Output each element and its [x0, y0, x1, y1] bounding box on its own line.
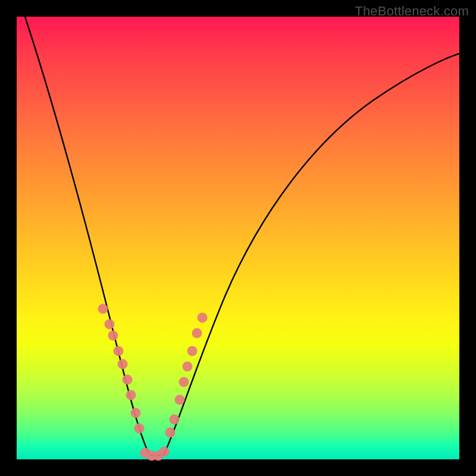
curve-dot [131, 408, 141, 418]
curve-dot [123, 375, 133, 385]
curve-dot [126, 390, 136, 400]
curve-dot [159, 446, 169, 456]
curve-dot [114, 346, 124, 356]
curve-dot [183, 361, 193, 371]
chart-frame: TheBottleneck.com [0, 0, 476, 476]
curve-dot [108, 330, 118, 340]
curve-dot [179, 377, 189, 387]
curve-dot [98, 304, 108, 314]
curve-dot [169, 415, 179, 425]
attribution-text: TheBottleneck.com [355, 4, 469, 19]
curve-dot [187, 346, 197, 356]
curve-dot [105, 320, 115, 330]
plot-area [17, 17, 459, 459]
curve-dot [197, 312, 207, 322]
curve-dot [174, 394, 184, 405]
bottleneck-curve [17, 17, 459, 459]
curve-path [25, 17, 459, 455]
curve-dot [165, 428, 176, 438]
curve-dot [117, 359, 127, 369]
curve-dot [134, 423, 145, 433]
curve-dot [192, 328, 202, 338]
